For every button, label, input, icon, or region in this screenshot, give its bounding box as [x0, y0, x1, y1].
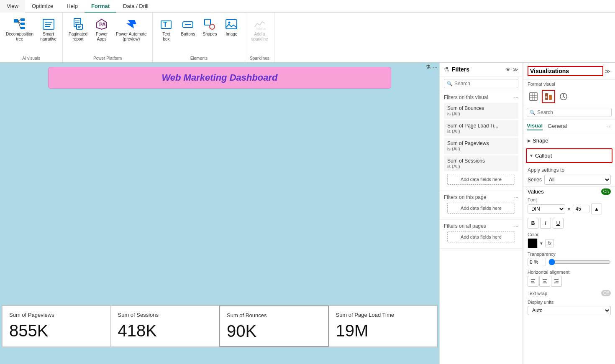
font-size-up-btn[interactable]: ▲ — [591, 204, 602, 214]
tab-data-drill[interactable]: Data / Drill — [116, 0, 155, 13]
color-fx-btn[interactable]: fx — [545, 239, 554, 247]
filter-search-input[interactable] — [454, 81, 515, 87]
transparency-input[interactable] — [528, 258, 546, 266]
tool-buttons[interactable]: Buttons — [178, 16, 198, 38]
buttons-label: Buttons — [181, 32, 195, 37]
tool-image[interactable]: Image — [221, 16, 241, 38]
elements-label: Elements — [190, 55, 208, 61]
ribbon: Decompositiontree Smartnarrative AI visu… — [0, 13, 615, 63]
ribbon-section-ai-visuals: Decompositiontree Smartnarrative AI visu… — [0, 13, 63, 62]
tool-smart-narrative[interactable]: Smartnarrative — [38, 16, 59, 43]
filter-hide-btn[interactable]: 👁 — [505, 66, 511, 73]
series-select[interactable]: All — [544, 175, 611, 185]
filter-item-bounces-value: is (All) — [447, 111, 515, 116]
paginated-report-icon — [72, 18, 85, 31]
filter-section-header-all: Filters on all pages ··· — [444, 223, 518, 229]
text-wrap-toggle[interactable]: Off — [601, 290, 611, 296]
filter-item-page-load-value: is (All) — [447, 129, 515, 134]
callout-section: ▼ Callout — [526, 148, 612, 163]
color-controls: ▼ fx — [528, 238, 611, 248]
display-units-select[interactable]: Auto — [528, 306, 611, 315]
viz-table-icon-btn[interactable] — [527, 90, 540, 103]
bold-btn[interactable]: B — [528, 218, 538, 229]
viz-search-container: 🔍 — [523, 105, 615, 120]
underline-btn[interactable]: U — [553, 218, 564, 229]
add-fields-visual[interactable]: Add data fields here — [447, 174, 515, 185]
svg-text:T: T — [163, 21, 167, 28]
filter-item-page-load-ti[interactable]: Sum of Page Load Ti... is (All) — [444, 120, 518, 136]
kpi-card-pageviews[interactable]: Sum of Pageviews 855K — [2, 305, 111, 347]
color-dropdown-icon[interactable]: ▼ — [539, 241, 543, 246]
ai-visuals-label: AI visuals — [22, 55, 40, 61]
display-units-label: Display units — [528, 300, 611, 305]
filter-item-sessions[interactable]: Sum of Sessions is (All) — [444, 155, 518, 171]
callout-section-header[interactable]: ▼ Callout — [529, 151, 609, 160]
filter-all-more[interactable]: ··· — [514, 223, 518, 229]
shapes-label: Shapes — [203, 32, 217, 37]
tool-text-box[interactable]: T Textbox — [156, 16, 176, 43]
align-left-btn[interactable] — [528, 276, 538, 287]
ribbon-section-elements: T Textbox Buttons — [153, 13, 245, 62]
kpi-card-page-load[interactable]: Sum of Page Load Time 19M — [329, 305, 438, 347]
filter-item-pageviews[interactable]: Sum of Pageviews is (All) — [444, 138, 518, 154]
filter-visual-more[interactable]: ··· — [514, 94, 518, 100]
viz-search-input[interactable] — [537, 109, 609, 115]
canvas-area[interactable]: Web Marketing Dashboard ⚗ ··· Sum of Pag… — [0, 63, 439, 364]
tab-optimize[interactable]: Optimize — [25, 0, 60, 13]
add-sparkline-icon: Add a — [253, 18, 266, 31]
filter-title: Filters — [452, 66, 503, 73]
font-size-input[interactable] — [573, 205, 589, 213]
svg-point-25 — [210, 24, 215, 29]
viz-format-icon-btn[interactable]: ▶ — [542, 90, 555, 103]
more-options-icon[interactable]: ··· — [433, 64, 438, 70]
tool-paginated-report[interactable]: Paginatedreport — [66, 16, 90, 43]
tool-power-automate[interactable]: Power Automate(preview) — [113, 16, 149, 43]
filter-icon-small[interactable]: ⚗ — [425, 64, 431, 70]
viz-header: Visualizations ≫ — [523, 63, 615, 80]
values-toggle[interactable]: On — [601, 188, 611, 195]
tab-format[interactable]: Format — [85, 0, 116, 13]
callout-label: Callout — [535, 153, 552, 159]
viz-tab-visual[interactable]: Visual — [527, 122, 543, 130]
color-swatch[interactable] — [528, 238, 538, 248]
tool-power-apps[interactable]: PA PowerApps — [92, 16, 112, 43]
tool-decomposition-tree[interactable]: Decompositiontree — [3, 16, 36, 43]
transparency-slider[interactable] — [548, 259, 611, 265]
kpi-card-sessions[interactable]: Sum of Sessions 418K — [111, 305, 220, 347]
align-btns — [528, 276, 611, 287]
align-center-btn[interactable] — [539, 276, 550, 287]
svg-rect-2 — [20, 23, 25, 25]
add-fields-page[interactable]: Add data fields here — [447, 203, 515, 214]
tool-shapes[interactable]: Shapes — [200, 16, 220, 38]
align-right-btn[interactable] — [551, 276, 562, 287]
filter-item-pageviews-value: is (All) — [447, 146, 515, 151]
kpi-card-bounces[interactable]: Sum of Bounces 90K — [219, 305, 329, 347]
tab-help[interactable]: Help — [60, 0, 85, 13]
color-prop-row: Color ▼ fx — [528, 232, 611, 248]
filter-expand-btn[interactable]: ≫ — [512, 66, 518, 73]
filter-pane: ⚗ Filters 👁 ≫ 🔍 Filters on this visual ·… — [439, 63, 523, 364]
font-prop-row: Font DIN ▼ ▲ — [528, 197, 611, 214]
filter-page-more[interactable]: ··· — [514, 194, 518, 200]
smart-narrative-icon — [42, 18, 55, 31]
viz-tab-general[interactable]: General — [548, 123, 567, 130]
italic-btn[interactable]: I — [540, 218, 551, 229]
viz-tab-more[interactable]: ··· — [607, 123, 612, 130]
power-platform-label: Power Platform — [93, 55, 122, 61]
shape-section-header[interactable]: ▶ Shape — [528, 136, 611, 145]
kpi-cards-container: Sum of Pageviews 855K Sum of Sessions 41… — [2, 305, 438, 347]
filter-item-bounces[interactable]: Sum of Bounces is (All) — [444, 103, 518, 119]
tab-view[interactable]: View — [0, 0, 25, 13]
font-select[interactable]: DIN — [528, 204, 565, 214]
filter-on-this-page: Filters on this page ··· Add data fields… — [440, 191, 523, 220]
filter-header: ⚗ Filters 👁 ≫ — [440, 63, 523, 76]
add-sparkline-label: Add asparkline — [251, 32, 268, 42]
viz-header-icons: ≫ — [605, 68, 611, 74]
text-format-row: B I U — [528, 218, 611, 229]
add-fields-all[interactable]: Add data fields here — [447, 232, 515, 242]
viz-expand-icon[interactable]: ≫ — [605, 68, 611, 74]
svg-text:Add a: Add a — [256, 27, 266, 31]
viz-analytics-icon-btn[interactable] — [557, 90, 570, 103]
text-format-controls: B I U — [528, 218, 611, 229]
tool-add-sparkline[interactable]: Add a Add asparkline — [249, 16, 270, 43]
